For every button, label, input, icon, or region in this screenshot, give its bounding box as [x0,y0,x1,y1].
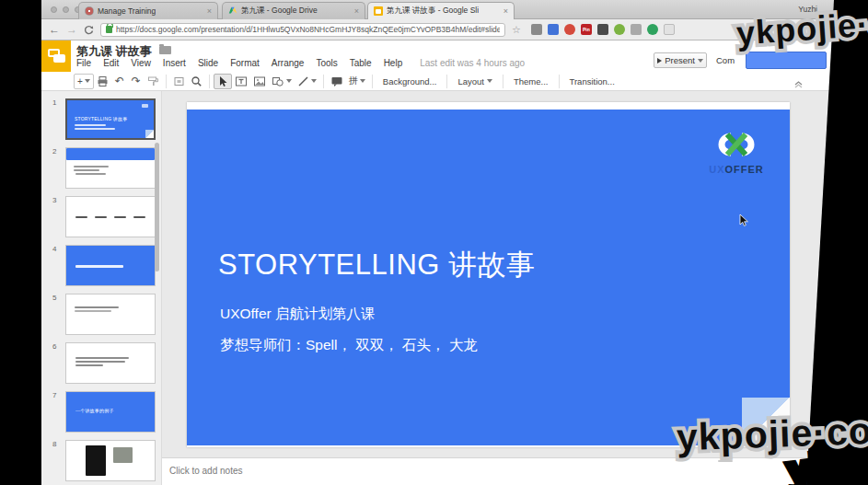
slide-thumbnail[interactable] [65,342,156,384]
insert-line-button[interactable] [295,74,319,89]
red-extension-icon[interactable] [564,24,575,35]
slide-thumbnail[interactable] [65,147,156,189]
tab-close-icon[interactable]: × [354,6,359,16]
tab-label: Manage Training [98,6,156,16]
undo-button[interactable]: ↶ [111,74,128,89]
slide-number: 8 [52,440,56,448]
tab-google-drive[interactable]: 第九课 - Google Drive × [222,2,365,19]
present-button[interactable]: Present [654,52,707,68]
input-tools-button[interactable]: 拼 [346,74,368,89]
shape-caret-icon[interactable] [286,79,292,83]
notes-placeholder[interactable]: Click to add notes [169,466,243,476]
tab-label: 第九课 - Google Drive [241,6,318,17]
slide-number: 1 [52,98,56,107]
filmstrip-scrollbar[interactable] [155,143,159,271]
present-label: Present [665,55,695,65]
menu-insert[interactable]: Insert [163,58,186,68]
menu-edit[interactable]: Edit [103,58,119,68]
menu-table[interactable]: Table [350,58,372,68]
menu-bar: File Edit View Insert Slide Format Arran… [76,58,525,68]
layout-button[interactable]: Layout [451,76,499,87]
back-icon[interactable]: ← [49,24,60,35]
url-field[interactable]: https://docs.google.com/presentation/d/1… [100,23,505,37]
slide-page[interactable]: UXOFFER STORYTELLING 讲故事 UXOffer 启航计划第八课… [187,102,790,447]
slide-mentors-line[interactable]: 梦想导师们：Spell， 双双， 石头， 大龙 [220,336,478,355]
print-button[interactable] [94,74,111,89]
share-extension-icon[interactable] [531,24,542,35]
menu-format[interactable]: Format [230,58,260,68]
transition-button[interactable]: Transition... [563,76,621,87]
background-button[interactable]: Background... [376,76,444,87]
move-to-folder-icon[interactable] [159,46,171,54]
tab-close-icon[interactable]: × [207,6,212,16]
redo-icon: ↷ [132,75,141,87]
insert-shape-button[interactable] [269,74,295,89]
slide-number: 4 [52,245,56,253]
text-box-button[interactable] [232,74,250,89]
insert-comment-button[interactable] [328,74,346,89]
input-tools-caret-icon[interactable] [360,79,365,83]
check-extension-icon[interactable] [614,24,625,35]
play-icon [657,58,662,64]
menu-slide[interactable]: Slide [198,58,218,68]
new-slide-caret-icon[interactable] [85,79,90,83]
redo-button[interactable]: ↷ [128,74,145,89]
slide-filmstrip: 1 STORYTELLING 讲故事 2 3 [41,91,162,485]
slide-title[interactable]: STORYTELLING 讲故事 [218,246,536,284]
present-caret-icon[interactable] [698,59,703,63]
layout-caret-icon[interactable] [487,79,492,83]
menu-view[interactable]: View [131,58,151,68]
tab-close-icon[interactable]: × [503,6,508,16]
fit-zoom-button[interactable] [170,74,188,89]
window-close-button[interactable] [51,6,57,13]
insert-image-button[interactable] [250,74,269,89]
theme-button[interactable]: Theme... [507,76,555,87]
slide-thumbnail[interactable] [65,196,156,237]
menu-arrange[interactable]: Arrange [272,58,305,68]
address-bar: ← → https://docs.google.com/presentation… [41,19,834,40]
collapse-menus-button[interactable] [793,75,804,92]
watermark-bottom: ykpojie·com [676,409,868,460]
uxoffer-logo-text: UXOFFER [707,164,766,175]
menu-help[interactable]: Help [384,58,403,68]
share-button[interactable] [746,52,827,69]
zoom-button[interactable] [188,74,205,89]
tab-manage-training[interactable]: Manage Training × [78,2,218,19]
mouse-cursor [739,214,749,227]
notes-resize-handle[interactable] [718,460,733,462]
slide-background: UXOFFER STORYTELLING 讲故事 UXOffer 启航计划第八课… [187,110,790,445]
quote-extension-icon[interactable] [597,24,608,35]
reload-icon[interactable] [84,25,94,35]
window-minimize-button[interactable] [63,6,69,13]
light-extension-icon[interactable] [664,24,675,35]
green-extension-icon[interactable] [647,24,658,35]
slide-thumbnail[interactable]: 一个讲故事的例子 [65,391,156,433]
select-tool-button[interactable] [214,74,232,89]
browser-window: Manage Training × 第九课 - Google Drive × 第… [41,0,834,485]
window-controls[interactable] [51,6,81,13]
menu-tools[interactable]: Tools [316,58,337,68]
tab-strip: Manage Training × 第九课 - Google Drive × 第… [41,0,834,19]
last-edit-status[interactable]: Last edit was 4 hours ago [420,58,525,68]
line-caret-icon[interactable] [311,79,317,83]
forward-icon[interactable]: → [66,24,77,35]
comments-button[interactable]: Comments [716,55,735,65]
slide-thumbnail[interactable] [65,245,156,286]
pinterest-extension-icon[interactable]: Pin [581,24,592,35]
grey-extension-icon[interactable] [631,24,642,35]
menu-file[interactable]: File [76,58,91,68]
blue-extension-icon[interactable] [548,24,559,35]
drive-favicon [228,6,237,16]
paint-format-button[interactable] [145,74,162,89]
slide-thumbnail[interactable] [65,294,156,335]
google-slides-logo[interactable] [41,40,71,72]
slide-subtitle[interactable]: UXOffer 启航计划第八课 [220,305,376,324]
photo-dark [86,445,106,476]
uxoffer-logo-icon [711,130,762,159]
speaker-notes-panel[interactable]: Click to add notes [162,457,834,485]
tab-slides-active[interactable]: 第九课 讲故事 - Google Sli × [367,2,515,19]
bookmark-star-icon[interactable]: ☆ [512,24,521,36]
new-slide-button[interactable]: + [74,74,94,89]
slide-thumbnail[interactable]: STORYTELLING 讲故事 [65,98,156,140]
slide-thumbnail[interactable] [65,440,156,481]
